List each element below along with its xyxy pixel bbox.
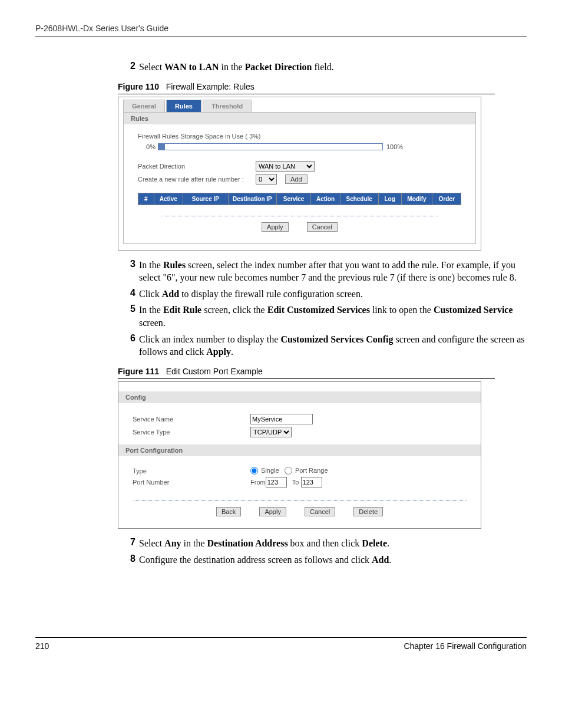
figure-110-caption: Figure 110 Firewall Example: Rules	[118, 82, 495, 94]
divider	[161, 216, 438, 216]
port-type-label: Type	[133, 467, 250, 475]
col-src: Source IP	[183, 193, 228, 205]
step-6: 6 Click an index number to display the C…	[124, 333, 527, 358]
chapter-label: Chapter 16 Firewall Configuration	[404, 641, 527, 651]
meter-0: 0%	[138, 143, 156, 150]
step-number: 4	[124, 288, 135, 301]
step-text: Click an index number to display the Cus…	[139, 333, 527, 358]
cancel-button[interactable]: Cancel	[305, 507, 335, 516]
col-act: Action	[311, 193, 340, 205]
to-label: To	[292, 479, 299, 486]
col-active: Active	[154, 193, 183, 205]
col-sch: Schedule	[340, 193, 378, 205]
step-number: 2	[124, 61, 135, 74]
step-number: 5	[124, 304, 135, 329]
step-text: Configure the destination address screen…	[139, 554, 527, 566]
page-number: 210	[35, 641, 49, 651]
meter-100: 100%	[386, 143, 403, 150]
from-label: From	[250, 479, 266, 486]
step-text: In the Edit Rule screen, click the Edit …	[139, 304, 527, 329]
back-button[interactable]: Back	[216, 507, 241, 516]
divider	[133, 500, 467, 501]
page-header: P-2608HWL-Dx Series User's Guide	[35, 24, 527, 37]
firewall-rules-panel: General Rules Threshold Rules Firewall R…	[118, 97, 481, 251]
col-num: #	[138, 193, 154, 205]
col-mod: Modify	[401, 193, 432, 205]
step-2: 2 Select WAN to LAN in the Packet Direct…	[124, 61, 527, 74]
col-svc: Service	[277, 193, 311, 205]
step-7: 7 Select Any in the Destination Address …	[124, 537, 527, 550]
edit-port-panel: Config Service Name Service Type TCP/UDP…	[118, 381, 481, 529]
storage-label: Firewall Rules Storage Space in Use ( 3%…	[138, 133, 461, 140]
add-button[interactable]: Add	[285, 174, 308, 184]
tab-threshold[interactable]: Threshold	[203, 100, 252, 112]
rule-number-select[interactable]: 0	[256, 174, 277, 185]
rules-section-header: Rules	[124, 113, 475, 124]
service-name-label: Service Name	[133, 416, 250, 423]
packet-direction-label: Packet Direction	[138, 163, 256, 170]
page-footer: 210 Chapter 16 Firewall Configuration	[35, 637, 527, 651]
col-ord: Order	[432, 193, 461, 205]
step-number: 6	[124, 333, 135, 358]
tab-bar: General Rules Threshold	[118, 97, 481, 112]
step-number: 7	[124, 537, 135, 550]
port-to-input[interactable]	[301, 477, 322, 487]
service-type-select[interactable]: TCP/UDP	[250, 427, 292, 437]
col-log: Log	[378, 193, 401, 205]
apply-button[interactable]: Apply	[262, 222, 289, 232]
step-3: 3 In the Rules screen, select the index …	[124, 259, 527, 284]
step-8: 8 Configure the destination address scre…	[124, 554, 527, 566]
port-number-label: Port Number	[133, 479, 250, 486]
service-name-input[interactable]	[250, 414, 313, 424]
service-type-label: Service Type	[133, 429, 250, 436]
step-text: Select WAN to LAN in the Packet Directio…	[139, 61, 527, 74]
step-4: 4 Click Add to display the firewall rule…	[124, 288, 527, 301]
step-number: 8	[124, 554, 135, 566]
col-dst: Destination IP	[228, 193, 276, 205]
step-text: In the Rules screen, select the index nu…	[139, 259, 527, 284]
meter-bar	[158, 143, 383, 150]
create-rule-label: Create a new rule after rule number :	[138, 176, 256, 183]
tab-rules[interactable]: Rules	[166, 100, 201, 112]
rules-inner: Rules Firewall Rules Storage Space in Us…	[123, 112, 476, 244]
step-text: Click Add to display the firewall rule c…	[139, 288, 527, 301]
port-config-section-header: Port Configuration	[118, 444, 481, 456]
packet-direction-select[interactable]: WAN to LAN	[256, 161, 315, 172]
cancel-button[interactable]: Cancel	[307, 222, 338, 232]
delete-button[interactable]: Delete	[353, 507, 383, 516]
tab-general[interactable]: General	[123, 100, 165, 112]
config-section-header: Config	[118, 391, 481, 403]
radio-single[interactable]: Single	[250, 467, 279, 475]
step-number: 3	[124, 259, 135, 284]
apply-button[interactable]: Apply	[259, 507, 286, 516]
rules-table: # Active Source IP Destination IP Servic…	[138, 193, 461, 205]
figure-111-caption: Figure 111 Edit Custom Port Example	[118, 367, 495, 379]
step-5: 5 In the Edit Rule screen, click the Edi…	[124, 304, 527, 329]
radio-port-range[interactable]: Port Range	[285, 467, 328, 475]
step-text: Select Any in the Destination Address bo…	[139, 537, 527, 550]
storage-meter: 0% 100%	[138, 143, 461, 150]
port-from-input[interactable]	[266, 477, 287, 487]
